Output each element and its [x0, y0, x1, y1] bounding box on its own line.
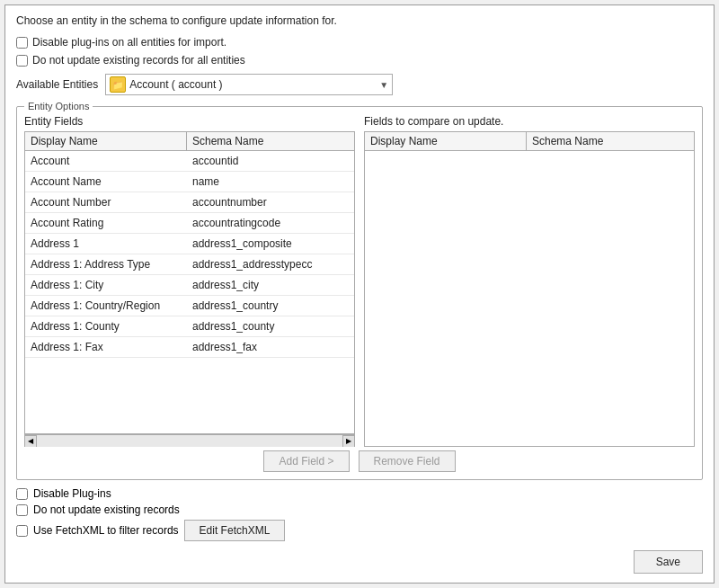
- description-text: Choose an entity in the schema to config…: [16, 14, 703, 27]
- disable-plugins-global-label: Disable plug-ins on all entities for imp…: [32, 36, 226, 49]
- disable-plugins-global-checkbox[interactable]: [16, 37, 28, 49]
- compare-display-name-header: Display Name: [365, 132, 527, 150]
- fields-compare-label: Fields to compare on update.: [364, 115, 695, 128]
- disable-plugins-label: Disable Plug-ins: [33, 487, 111, 500]
- use-fetchxml-checkbox[interactable]: [16, 525, 28, 537]
- use-fetchxml-row: Use FetchXML to filter records Edit Fetc…: [16, 520, 703, 541]
- horizontal-scrollbar[interactable]: ◀ ▶: [24, 434, 355, 447]
- display-name-header: Display Name: [25, 132, 187, 150]
- display-name-cell: Account Number: [25, 192, 187, 212]
- no-update-label: Do not update existing records: [33, 503, 180, 516]
- use-fetchxml-label: Use FetchXML to filter records: [33, 524, 179, 537]
- table-row[interactable]: Account Ratingaccountratingcode: [25, 213, 354, 234]
- schema-name-header: Schema Name: [187, 132, 354, 150]
- entity-options-legend: Entity Options: [24, 101, 93, 111]
- display-name-cell: Account Rating: [25, 213, 187, 233]
- available-entities-row: Available Entities 📁 Account ( account )…: [16, 74, 703, 95]
- no-update-global-checkbox[interactable]: [16, 55, 28, 67]
- save-button[interactable]: Save: [634, 550, 703, 574]
- entity-options-fieldset: Entity Options Entity Fields Display Nam…: [16, 101, 703, 480]
- fields-compare-table: Display Name Schema Name: [364, 131, 695, 447]
- entity-fields-section: Entity Fields Display Name Schema Name A…: [24, 115, 355, 447]
- scroll-track: [37, 435, 342, 447]
- fields-compare-table-header: Display Name Schema Name: [365, 132, 694, 151]
- entity-fields-table-header: Display Name Schema Name: [25, 132, 354, 151]
- schema-name-cell: address1_fax: [187, 337, 354, 357]
- no-update-checkbox[interactable]: [16, 504, 28, 516]
- add-field-button[interactable]: Add Field >: [263, 450, 349, 472]
- available-entities-label: Available Entities: [16, 78, 98, 91]
- schema-name-cell: accountid: [187, 151, 354, 171]
- table-row[interactable]: Address 1: Country/Regionaddress1_countr…: [25, 296, 354, 316]
- disable-plugins-row: Disable Plug-ins: [16, 487, 703, 500]
- schema-name-cell: address1_addresstypecc: [187, 254, 354, 274]
- schema-name-cell: address1_country: [187, 296, 354, 316]
- display-name-cell: Address 1: Fax: [25, 337, 187, 357]
- edit-fetchxml-button[interactable]: Edit FetchXML: [184, 520, 286, 541]
- table-row[interactable]: Address 1: Faxaddress1_fax: [25, 337, 354, 358]
- main-dialog: Choose an entity in the schema to config…: [4, 4, 715, 584]
- entity-fields-table: Display Name Schema Name Accountaccounti…: [24, 131, 355, 434]
- entity-select-arrow-icon: ▼: [379, 80, 388, 90]
- scroll-right-btn[interactable]: ▶: [342, 435, 355, 448]
- remove-field-button[interactable]: Remove Field: [359, 450, 456, 472]
- bottom-options: Disable Plug-ins Do not update existing …: [16, 487, 703, 541]
- fields-compare-section: Fields to compare on update. Display Nam…: [364, 115, 695, 447]
- entity-icon: 📁: [110, 76, 126, 93]
- no-update-global-label: Do not update existing records for all e…: [32, 54, 245, 67]
- display-name-cell: Account Name: [25, 172, 187, 192]
- table-row[interactable]: Address 1: Address Typeaddress1_addresst…: [25, 254, 354, 275]
- display-name-cell: Address 1: Country/Region: [25, 296, 187, 316]
- table-row[interactable]: Address 1address1_composite: [25, 234, 354, 254]
- display-name-cell: Address 1: County: [25, 316, 187, 336]
- disable-plugins-global-row: Disable plug-ins on all entities for imp…: [16, 36, 703, 49]
- footer-row: Save: [16, 550, 703, 574]
- disable-plugins-checkbox[interactable]: [16, 488, 28, 500]
- schema-name-cell: address1_city: [187, 275, 354, 295]
- schema-name-cell: name: [187, 172, 354, 192]
- display-name-cell: Address 1: [25, 234, 187, 254]
- display-name-cell: Address 1: Address Type: [25, 254, 187, 274]
- no-update-global-row: Do not update existing records for all e…: [16, 54, 703, 67]
- scroll-left-btn[interactable]: ◀: [24, 435, 37, 448]
- table-row[interactable]: Account Numberaccountnumber: [25, 192, 354, 213]
- table-row[interactable]: Address 1: Countyaddress1_county: [25, 316, 354, 337]
- schema-name-cell: accountnumber: [187, 192, 354, 212]
- schema-name-cell: accountratingcode: [187, 213, 354, 233]
- display-name-cell: Address 1: City: [25, 275, 187, 295]
- schema-name-cell: address1_composite: [187, 234, 354, 254]
- entity-select[interactable]: 📁 Account ( account ) ▼: [105, 74, 393, 95]
- table-row[interactable]: Account Namename: [25, 172, 354, 192]
- no-update-row: Do not update existing records: [16, 503, 703, 516]
- schema-name-cell: address1_county: [187, 316, 354, 336]
- add-remove-buttons-row: Add Field > Remove Field: [24, 450, 695, 472]
- compare-schema-name-header: Schema Name: [527, 132, 694, 150]
- entity-select-text: Account ( account ): [129, 78, 379, 91]
- fields-compare-table-body[interactable]: [365, 151, 694, 446]
- entity-fields-table-body[interactable]: AccountaccountidAccount NamenameAccount …: [25, 151, 354, 433]
- display-name-cell: Account: [25, 151, 187, 171]
- table-row[interactable]: Accountaccountid: [25, 151, 354, 172]
- table-row[interactable]: Address 1: Cityaddress1_city: [25, 275, 354, 296]
- entity-fields-label: Entity Fields: [24, 115, 355, 128]
